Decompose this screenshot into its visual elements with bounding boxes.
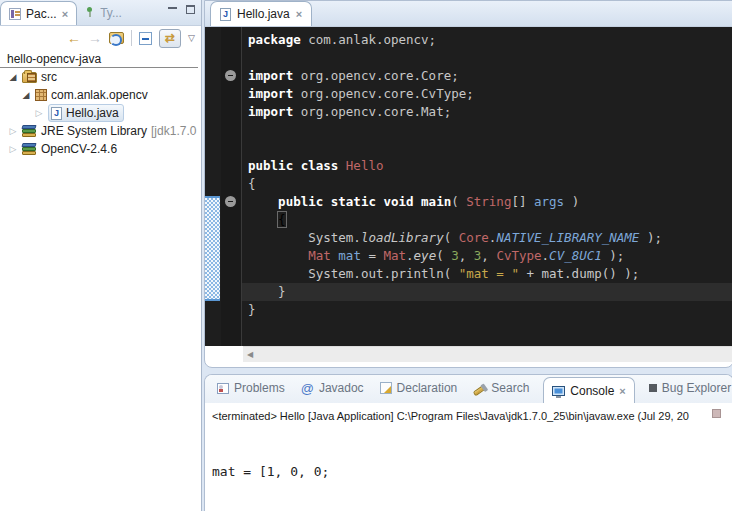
type-hierarchy-icon	[85, 7, 95, 20]
code-line[interactable]: import org.opencv.core.Core;	[248, 67, 732, 85]
tab-label: Console	[570, 384, 614, 398]
tree-item-src[interactable]: ◢ src	[0, 68, 201, 86]
tab-package-explorer[interactable]: Pac... ×	[0, 1, 77, 25]
console-process-header: <terminated> Hello [Java Application] C:…	[212, 410, 732, 422]
code-line[interactable]	[248, 49, 732, 67]
scroll-left-icon[interactable]: ◀	[247, 350, 253, 359]
forward-button[interactable]: →	[88, 31, 102, 45]
tab-label: Ty...	[100, 6, 122, 20]
expand-arrow-icon[interactable]: ◢	[8, 72, 18, 82]
code-line[interactable]: System.out.println( "mat = " + mat.dump(…	[248, 265, 732, 283]
problems-icon	[217, 383, 229, 394]
console-output[interactable]: mat = [1, 0, 0; 0, 1, 0; 0, 0, 1]	[212, 429, 732, 511]
code-line[interactable]	[248, 139, 732, 157]
tree-item-hello-java[interactable]: ▷ J Hello.java	[0, 104, 201, 122]
code-line[interactable]: import org.opencv.core.CvType;	[248, 85, 732, 103]
tab-console[interactable]: Console ×	[543, 377, 634, 403]
editor-tab-bar: J Hello.java ×	[205, 1, 732, 27]
close-icon[interactable]: ×	[296, 8, 302, 20]
tab-label: Bug Explorer	[662, 381, 731, 395]
source-folder-icon	[22, 72, 37, 83]
javadoc-icon: @	[301, 381, 314, 396]
tab-javadoc[interactable]: @ Javadoc	[301, 377, 364, 403]
fold-collapse-icon[interactable]	[225, 70, 236, 81]
code-line[interactable]: System.loadLibrary( Core.NATIVE_LIBRARY_…	[248, 229, 732, 247]
console-icon	[552, 386, 565, 396]
link-with-editor-button[interactable]: ⇄	[159, 29, 181, 48]
tree-item-opencv-library[interactable]: ▷ OpenCV-2.4.6	[0, 140, 201, 158]
editor-tab-label: Hello.java	[237, 7, 290, 21]
collapse-arrow-icon[interactable]: ▷	[8, 144, 18, 154]
code-editor[interactable]: package com.anlak.opencv; import org.ope…	[242, 27, 732, 346]
editor-tab-hello-java[interactable]: J Hello.java ×	[210, 1, 312, 26]
tree-item-label: JRE System Library	[41, 124, 147, 138]
bug-explorer-icon	[649, 384, 657, 392]
declaration-icon	[380, 382, 392, 394]
tree-item-project[interactable]: hello-opencv-java	[0, 51, 198, 68]
tab-bug-explorer[interactable]: Bug Explorer	[649, 377, 731, 403]
library-icon	[22, 125, 37, 137]
expand-arrow-icon[interactable]: ◢	[21, 90, 31, 100]
tab-label: Problems	[234, 381, 285, 395]
code-line[interactable]: }	[242, 283, 732, 301]
tab-type-hierarchy[interactable]: Ty...	[77, 1, 130, 25]
tree-item-label: src	[41, 70, 57, 84]
range-indicator	[205, 196, 220, 301]
tab-search[interactable]: Search	[473, 377, 529, 403]
fold-collapse-icon[interactable]	[225, 196, 236, 207]
collapse-arrow-icon[interactable]: ▷	[34, 108, 44, 118]
code-line[interactable]: import org.opencv.core.Mat;	[248, 103, 732, 121]
console-tab-bar: Problems @ Javadoc Declaration Search Co…	[205, 375, 732, 403]
editor-body: package com.anlak.opencv; import org.ope…	[205, 27, 732, 346]
console-view: Problems @ Javadoc Declaration Search Co…	[204, 374, 732, 511]
code-line[interactable]	[248, 121, 732, 139]
go-into-button[interactable]	[109, 32, 124, 44]
code-line[interactable]: }	[248, 301, 732, 319]
toolbar-separator	[131, 30, 132, 46]
annotation-ruler[interactable]	[205, 27, 221, 346]
code-line[interactable]: package com.anlak.opencv;	[248, 31, 732, 49]
collapse-all-button[interactable]	[139, 32, 152, 45]
tab-label: Javadoc	[319, 381, 364, 395]
sidebar-tab-bar: Pac... × Ty...	[0, 0, 201, 26]
package-explorer-panel: Pac... × Ty... ← → ⇄ ▽ hello-opencv-java…	[0, 0, 202, 511]
minimize-icon[interactable]	[168, 7, 177, 14]
library-decorator: [jdk1.7.0	[151, 124, 196, 138]
code-line[interactable]: public class Hello	[248, 157, 732, 175]
code-line[interactable]: Mat mat = Mat.eye( 3, 3, CvType.CV_8UC1 …	[248, 247, 732, 265]
code-line[interactable]: public static void main( String[] args )	[248, 193, 732, 211]
close-icon[interactable]: ×	[62, 8, 68, 20]
maximize-icon[interactable]	[186, 5, 195, 14]
tree-item-label: OpenCV-2.4.6	[41, 142, 117, 156]
horizontal-scrollbar[interactable]: ◀	[243, 346, 732, 362]
project-label: hello-opencv-java	[7, 52, 101, 66]
search-icon	[473, 384, 487, 396]
package-explorer-icon	[9, 8, 21, 20]
package-icon	[35, 89, 47, 101]
tab-label: Declaration	[397, 381, 458, 395]
tree-item-jre-library[interactable]: ▷ JRE System Library [jdk1.7.0	[0, 122, 201, 140]
tree-item-package[interactable]: ◢ com.anlak.opencv	[0, 86, 201, 104]
java-file-icon: J	[51, 107, 62, 120]
tab-declaration[interactable]: Declaration	[380, 377, 458, 403]
library-icon	[22, 143, 37, 155]
console-output-line: mat = [1, 0, 0;	[212, 463, 732, 480]
tab-problems[interactable]: Problems	[217, 377, 285, 403]
close-icon[interactable]: ×	[619, 385, 625, 397]
back-button[interactable]: ←	[67, 31, 81, 45]
folding-ruler[interactable]	[221, 27, 242, 346]
collapse-arrow-icon[interactable]: ▷	[8, 126, 18, 136]
code-lines: package com.anlak.opencv; import org.ope…	[248, 31, 732, 319]
view-menu-icon[interactable]: ▽	[188, 33, 195, 43]
selected-tree-item[interactable]: J Hello.java	[48, 104, 124, 122]
tab-label: Search	[491, 381, 529, 395]
code-line[interactable]: {	[248, 211, 732, 229]
code-line[interactable]: {	[248, 175, 732, 193]
console-toolbar-icon[interactable]	[712, 409, 721, 418]
java-file-icon: J	[220, 8, 231, 21]
editor-area: J Hello.java × package com.anlak.opencv;…	[204, 0, 732, 368]
sidebar-toolbar: ← → ⇄ ▽	[0, 26, 201, 50]
tree-item-label: com.anlak.opencv	[51, 88, 148, 102]
tree-item-label: Hello.java	[66, 106, 119, 120]
tab-label: Pac...	[26, 7, 57, 21]
